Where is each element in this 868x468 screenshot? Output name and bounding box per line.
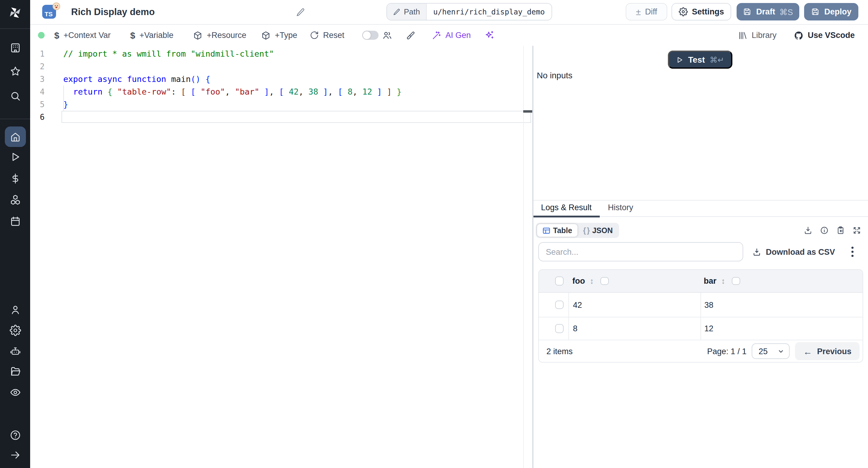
row-checkbox[interactable] bbox=[555, 324, 564, 333]
page-title: Rich Display demo bbox=[71, 0, 155, 24]
more-options-button[interactable] bbox=[847, 242, 858, 261]
column-header-foo: foo bbox=[572, 276, 585, 286]
search-icon bbox=[9, 90, 21, 101]
select-all-checkbox[interactable] bbox=[555, 277, 564, 286]
view-json-option[interactable]: { } JSON bbox=[578, 224, 618, 237]
previous-page-button[interactable]: ← Previous bbox=[795, 342, 859, 360]
sidebar-item-users[interactable] bbox=[0, 299, 30, 321]
settings-button[interactable]: Settings bbox=[672, 3, 731, 21]
collaborators-button[interactable] bbox=[382, 25, 393, 46]
dollar-icon bbox=[9, 173, 21, 184]
tab-history[interactable]: History bbox=[599, 201, 642, 216]
draft-button[interactable]: Draft ⌘S bbox=[737, 3, 799, 21]
search-input[interactable] bbox=[538, 242, 743, 261]
add-resource-button[interactable]: +Resource bbox=[193, 25, 246, 46]
path-label: Path bbox=[404, 7, 420, 16]
refresh-icon bbox=[310, 31, 319, 40]
sidebar bbox=[0, 0, 30, 468]
deploy-button[interactable]: Deploy bbox=[804, 3, 858, 21]
editor-toolbar: $ +Context Var $ +Variable +Resource +Ty… bbox=[30, 25, 868, 47]
sidebar-item-workspace[interactable] bbox=[0, 37, 30, 59]
expand-icon[interactable] bbox=[852, 226, 861, 235]
sort-icon[interactable]: ↕ bbox=[590, 276, 594, 286]
star-icon bbox=[9, 65, 21, 77]
code-editor[interactable]: 123456 // import * as wmill from "windmi… bbox=[30, 46, 532, 468]
page-size-value: 25 bbox=[758, 347, 768, 356]
sidebar-item-settings[interactable] bbox=[0, 319, 30, 341]
sort-icon[interactable]: ↕ bbox=[721, 276, 725, 286]
ai-assistant-button[interactable] bbox=[484, 25, 494, 46]
test-section: Test ⌘↵ No inputs bbox=[533, 46, 868, 201]
code-line: export async function main() { bbox=[63, 73, 401, 86]
add-type-label: +Type bbox=[275, 31, 297, 40]
help-icon bbox=[9, 429, 21, 441]
editor-scrollbar-handle[interactable] bbox=[523, 110, 532, 113]
view-table-option[interactable]: Table bbox=[537, 224, 578, 237]
play-icon bbox=[9, 151, 21, 162]
right-panel: Test ⌘↵ No inputs Logs & Result History … bbox=[533, 46, 868, 468]
ai-gen-button[interactable]: AI Gen bbox=[432, 25, 471, 46]
table-row: 4238 bbox=[538, 293, 862, 317]
library-button[interactable]: Library bbox=[738, 25, 777, 46]
add-context-var-button[interactable]: $ +Context Var bbox=[54, 25, 111, 46]
page-size-select[interactable]: 25 bbox=[752, 343, 790, 359]
app: TS Rich Display demo Path u/henri/rich_d… bbox=[0, 0, 868, 468]
sidebar-divider bbox=[0, 119, 30, 119]
table-cell: 38 bbox=[700, 293, 862, 317]
sidebar-item-home[interactable] bbox=[4, 127, 26, 147]
arrow-left-icon: ← bbox=[803, 346, 812, 356]
draft-label: Draft bbox=[756, 7, 775, 16]
deploy-label: Deploy bbox=[824, 7, 851, 16]
sidebar-item-expand[interactable] bbox=[0, 444, 30, 466]
sidebar-item-favorites[interactable] bbox=[0, 60, 30, 82]
settings-label: Settings bbox=[692, 7, 724, 16]
main-area: TS Rich Display demo Path u/henri/rich_d… bbox=[30, 0, 868, 468]
use-vscode-label: Use VScode bbox=[808, 31, 855, 40]
windmill-logo-icon[interactable] bbox=[7, 5, 23, 21]
result-table: foo ↕ bar ↕ 4238812 2 items Page: bbox=[538, 269, 863, 363]
sidebar-item-runs[interactable] bbox=[0, 146, 30, 167]
path-chip[interactable]: Path u/henri/rich_display_demo bbox=[386, 3, 552, 21]
no-inputs-text: No inputs bbox=[537, 70, 572, 80]
add-type-button[interactable]: +Type bbox=[261, 25, 297, 46]
sidebar-item-search[interactable] bbox=[0, 85, 30, 107]
table-cell: 42 bbox=[568, 293, 700, 317]
sidebar-item-workers[interactable] bbox=[0, 340, 30, 362]
line-number-gutter: 123456 bbox=[30, 47, 46, 124]
diff-button[interactable]: ± Diff bbox=[626, 3, 667, 21]
library-icon bbox=[738, 30, 747, 40]
page-info: Page: 1 / 1 bbox=[707, 347, 747, 356]
format-button[interactable] bbox=[406, 25, 415, 46]
save-icon bbox=[743, 7, 752, 16]
tab-logs-result[interactable]: Logs & Result bbox=[533, 201, 599, 216]
download-csv-button[interactable]: Download as CSV bbox=[752, 242, 835, 261]
user-icon bbox=[9, 304, 21, 315]
github-icon bbox=[794, 30, 804, 40]
use-vscode-button[interactable]: Use VScode bbox=[794, 25, 855, 46]
edit-title-icon[interactable] bbox=[296, 8, 305, 17]
sidebar-item-folders[interactable] bbox=[0, 360, 30, 382]
download-icon[interactable] bbox=[804, 226, 812, 235]
column-checkbox[interactable] bbox=[600, 277, 609, 285]
sidebar-item-resources[interactable] bbox=[0, 189, 30, 210]
brush-icon bbox=[406, 30, 415, 40]
sidebar-item-schedules[interactable] bbox=[0, 210, 30, 232]
sidebar-item-audit[interactable] bbox=[0, 381, 30, 403]
sidebar-item-variables[interactable] bbox=[0, 167, 30, 189]
reset-button[interactable]: Reset bbox=[310, 25, 344, 46]
test-button[interactable]: Test ⌘↵ bbox=[668, 51, 732, 69]
clipboard-copy-icon[interactable] bbox=[836, 226, 845, 235]
calendar-icon bbox=[9, 215, 21, 227]
diff-label: Diff bbox=[645, 7, 657, 16]
info-icon[interactable] bbox=[820, 226, 829, 235]
add-variable-button[interactable]: $ +Variable bbox=[130, 25, 174, 46]
table-footer: 2 items Page: 1 / 1 25 ← Previous bbox=[538, 340, 862, 362]
arrow-right-icon bbox=[9, 449, 21, 461]
sidebar-item-help[interactable] bbox=[0, 424, 30, 446]
column-checkbox[interactable] bbox=[732, 277, 740, 285]
download-csv-label: Download as CSV bbox=[766, 247, 835, 256]
diff-mode-toggle[interactable] bbox=[362, 31, 378, 40]
table-cell: 12 bbox=[700, 317, 862, 340]
pencil-icon bbox=[393, 8, 400, 15]
row-checkbox[interactable] bbox=[555, 301, 564, 309]
